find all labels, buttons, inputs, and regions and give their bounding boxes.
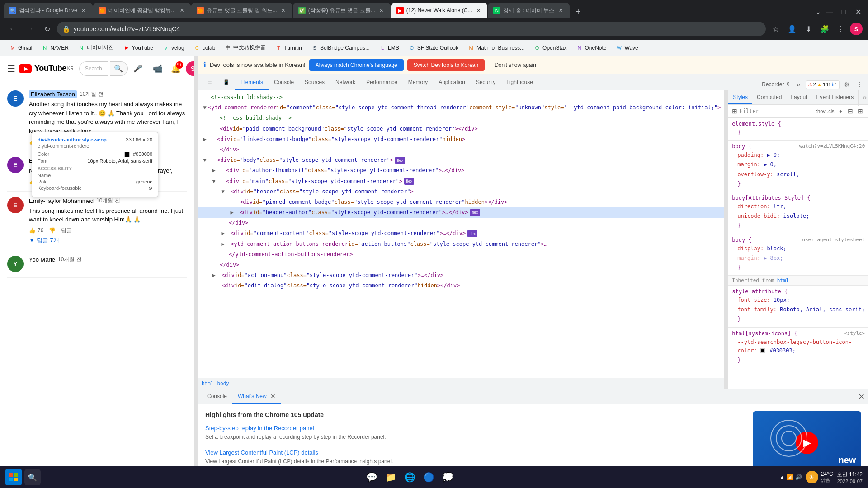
tray-up-arrow[interactable]: ▲ bbox=[779, 474, 785, 480]
bookmark-gmail[interactable]: M Gmail bbox=[5, 42, 36, 54]
style-panel-btn1[interactable]: ⊟ bbox=[846, 107, 855, 116]
bookmark-onenote[interactable]: N OneNote bbox=[572, 42, 610, 54]
styles-filter-input[interactable] bbox=[739, 108, 814, 114]
inherited-html-link[interactable]: html bbox=[777, 277, 789, 283]
styles-more-button[interactable]: » bbox=[858, 90, 868, 106]
tab-2[interactable]: 🟠 네이버연예 공감별 랭킹뉴... ✕ bbox=[93, 3, 191, 18]
tab-4-close[interactable]: ✕ bbox=[378, 7, 385, 14]
expand-arrow-15[interactable]: ▶ bbox=[220, 241, 226, 247]
breadcrumb-html[interactable]: html bbox=[202, 380, 214, 386]
devtools-more-tabs[interactable]: » bbox=[793, 79, 804, 90]
comment-author-3[interactable]: Emily-Taylor Mohammed bbox=[29, 197, 94, 204]
bookmark-youtube[interactable]: ▶ YouTube bbox=[119, 42, 157, 54]
search-button[interactable]: 🔍 bbox=[110, 61, 128, 76]
styles-tab-layout[interactable]: Layout bbox=[786, 91, 811, 104]
new-tab-button[interactable]: + bbox=[572, 5, 585, 18]
recorder-label[interactable]: Recorder 🎙 bbox=[762, 81, 791, 88]
youtube-avatar[interactable]: S bbox=[186, 61, 194, 76]
like-button-3[interactable]: 👍 76 bbox=[29, 227, 43, 234]
maximize-button[interactable]: □ bbox=[837, 5, 850, 18]
tab-elements[interactable]: Elements bbox=[235, 75, 269, 90]
expand-arrow-10[interactable]: ▼ bbox=[220, 188, 226, 195]
bookmark-chinese[interactable]: 中 中文转换拼音 bbox=[221, 42, 269, 54]
devtools-settings-button[interactable]: ⚙ bbox=[841, 79, 852, 90]
style-source-body[interactable]: watch?v=zLVL5KNnqC4:20 bbox=[799, 143, 865, 150]
reply-toggle-3[interactable]: ▼ 답글 7개 bbox=[29, 236, 187, 244]
forward-button[interactable]: → bbox=[23, 22, 37, 36]
html-content[interactable]: <!--css-build:shady--> ▼ <ytd-comment-re… bbox=[198, 90, 724, 378]
tab-4[interactable]: ✅ (작성중) 유튜브 댓글 크롤... ✕ bbox=[293, 3, 391, 18]
bookmark-sfstate[interactable]: O SF State Outlook bbox=[405, 42, 462, 54]
bookmark-colab[interactable]: C colab bbox=[190, 42, 219, 54]
styles-tab-computed[interactable]: Computed bbox=[752, 91, 786, 104]
tab-2-close[interactable]: ✕ bbox=[178, 7, 185, 14]
tab-scroll-button[interactable]: ⌄ bbox=[816, 8, 821, 15]
tab-network[interactable]: Network bbox=[330, 75, 361, 90]
reply-button-3[interactable]: 답글 bbox=[61, 227, 72, 235]
cls-filter[interactable]: .cls bbox=[826, 107, 835, 116]
windows-start-button[interactable] bbox=[5, 469, 22, 485]
youtube-menu-button[interactable]: ☰ bbox=[7, 61, 15, 77]
expand-arrow-7[interactable]: ▼ bbox=[202, 157, 208, 164]
tab-sources[interactable]: Sources bbox=[299, 75, 330, 90]
icon-color-swatch[interactable] bbox=[760, 348, 765, 353]
bookmark-velog[interactable]: v velog bbox=[159, 42, 188, 54]
user-profile-button[interactable]: S bbox=[850, 23, 863, 35]
profile-icon-btn[interactable]: 👤 bbox=[785, 22, 799, 36]
expand-arrow-5[interactable]: ▶ bbox=[202, 136, 208, 142]
notification-button[interactable]: 🔔 9+ bbox=[168, 61, 184, 77]
taskbar-clock[interactable]: 오전 11:42 2022-09-07 bbox=[837, 471, 863, 484]
more-menu-button[interactable]: ⋮ bbox=[834, 22, 848, 36]
bookmark-lms[interactable]: L LMS bbox=[375, 42, 403, 54]
expand-arrow-8[interactable]: ▶ bbox=[211, 168, 217, 174]
bookmark-star-button[interactable]: ☆ bbox=[769, 22, 783, 36]
styles-tab-styles[interactable]: Styles bbox=[728, 91, 752, 104]
tab-security[interactable]: Security bbox=[471, 75, 501, 90]
expand-arrow-2[interactable]: ▼ bbox=[202, 105, 208, 111]
comment-author-4[interactable]: Yoo Marie bbox=[29, 256, 55, 263]
expand-arrow-18[interactable]: ▶ bbox=[211, 272, 217, 279]
expand-arrow-12[interactable]: ▶ bbox=[229, 210, 235, 216]
bookmark-naverdic[interactable]: N 네이버사전 bbox=[74, 42, 118, 54]
add-style-rule[interactable]: + bbox=[836, 107, 845, 116]
bottom-panel-close-button[interactable]: ✕ bbox=[858, 392, 865, 402]
tab-1[interactable]: 🔍 검색결과 - Google Drive ✕ bbox=[4, 3, 93, 18]
style-source-system-icons[interactable]: <style> bbox=[844, 330, 865, 338]
bt-tab-whats-new[interactable]: What's New ✕ bbox=[232, 390, 281, 404]
extensions-button[interactable]: 🧩 bbox=[817, 22, 832, 36]
pseudo-class-filter[interactable]: :hov bbox=[816, 107, 825, 116]
taskbar-app-chat[interactable]: 💬 bbox=[364, 469, 380, 485]
youtube-comments[interactable]: E Elizabeth Tecson 10개월 전 Another song t… bbox=[0, 81, 194, 488]
back-button[interactable]: ← bbox=[5, 22, 20, 36]
tab-6[interactable]: N 경제 홈 : 네이버 뉴스 ✕ bbox=[488, 3, 570, 18]
dislike-button-3[interactable]: 👎 bbox=[49, 227, 56, 234]
bookmark-math[interactable]: M Math for Business... bbox=[464, 42, 528, 54]
taskbar-app-chrome[interactable]: 🔵 bbox=[421, 469, 437, 485]
bt-tab-console[interactable]: Console bbox=[202, 390, 232, 403]
devtools-device-icon[interactable]: 📱 bbox=[217, 75, 235, 90]
bookmark-openstax[interactable]: O OpenStax bbox=[530, 42, 570, 54]
taskbar-app-messaging[interactable]: 💭 bbox=[440, 469, 456, 485]
error-warning-badge[interactable]: ⚠ 2 ▲ 141 ℹ 1 bbox=[806, 80, 840, 89]
create-button[interactable]: 📹 bbox=[150, 61, 166, 77]
minimize-button[interactable]: — bbox=[823, 5, 835, 18]
styles-content[interactable]: element.style { } body { watch?v=zLVL5KN… bbox=[728, 118, 868, 389]
bookmark-turnitin[interactable]: T Turnitin bbox=[271, 42, 306, 54]
whats-new-link-1[interactable]: Step-by-step replay in the Recorder pane… bbox=[205, 425, 314, 432]
reload-button[interactable]: ↻ bbox=[40, 22, 54, 36]
panel-drag-handle[interactable] bbox=[194, 56, 198, 488]
devtools-inspect-icon[interactable]: ☰ bbox=[202, 75, 217, 90]
expand-arrow-9[interactable]: ▼ bbox=[211, 178, 217, 184]
url-bar[interactable]: 🔒 youtube.com/watch?v=zLVL5KNnqC4 bbox=[57, 22, 766, 36]
tab-memory[interactable]: Memory bbox=[403, 75, 433, 90]
devtools-vertical-dots[interactable]: ⋮ bbox=[854, 79, 865, 90]
taskbar-search-button[interactable]: 🔍 bbox=[24, 469, 41, 485]
whats-new-link-2[interactable]: View Largest Contentful Paint (LCP) deta… bbox=[205, 449, 318, 456]
tab-1-close[interactable]: ✕ bbox=[80, 7, 87, 14]
tab-application[interactable]: Application bbox=[433, 75, 471, 90]
breadcrumb-body[interactable]: body bbox=[217, 380, 230, 386]
switch-devtools-button[interactable]: Switch DevTools to Korean bbox=[407, 59, 485, 71]
taskbar-app-explorer[interactable]: 📁 bbox=[383, 469, 399, 485]
youtube-logo[interactable]: YouTube KR bbox=[19, 64, 74, 73]
download-button[interactable]: ⬇ bbox=[801, 22, 816, 36]
